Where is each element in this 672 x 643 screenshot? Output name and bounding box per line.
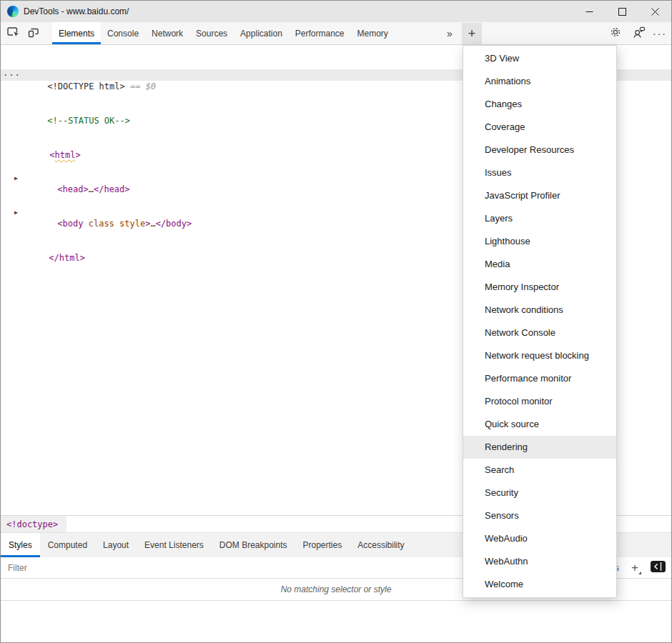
menu-item-lighthouse[interactable]: Lighthouse [463, 230, 616, 253]
styles-tab-computed[interactable]: Computed [40, 533, 95, 557]
edge-logo-icon [7, 6, 19, 17]
styles-filter-input[interactable] [8, 563, 365, 573]
more-tabs-button[interactable]: » [440, 22, 460, 44]
menu-item-media[interactable]: Media [463, 253, 616, 276]
tab-console[interactable]: Console [101, 22, 145, 44]
plus-icon: + [631, 561, 638, 575]
menu-item-security[interactable]: Security [463, 482, 616, 504]
menu-item-webaudio[interactable]: WebAudio [463, 527, 616, 550]
menu-item-javascript-profiler[interactable]: JavaScript Profiler [463, 184, 616, 207]
styles-toolbar-right: s + [615, 557, 666, 579]
menu-item-changes[interactable]: Changes [463, 93, 616, 116]
ellipsis-icon: ··· [653, 28, 667, 39]
menu-item-sensors[interactable]: Sensors [463, 504, 616, 527]
maximize-icon [618, 8, 626, 16]
tab-memory[interactable]: Memory [351, 22, 395, 44]
devtools-window: DevTools - www.baidu.com/ [0, 0, 672, 643]
inspect-element-button[interactable] [4, 22, 24, 44]
styles-tab-layout[interactable]: Layout [95, 533, 137, 557]
dropdown-corner-icon [638, 572, 641, 574]
menu-item-network-conditions[interactable]: Network conditions [463, 299, 616, 322]
styles-tab-event-listeners[interactable]: Event Listeners [137, 533, 212, 557]
styles-tab-dom-breakpoints[interactable]: DOM Breakpoints [212, 533, 295, 557]
menu-item-layers[interactable]: Layers [463, 207, 616, 230]
menu-item-performance-monitor[interactable]: Performance monitor [463, 367, 616, 390]
tab-elements[interactable]: Elements [52, 22, 101, 44]
devtools-tabs: ElementsConsoleNetworkSourcesApplication… [52, 22, 395, 44]
feedback-person-icon [632, 26, 646, 41]
window-controls [573, 1, 671, 22]
tab-network[interactable]: Network [145, 22, 189, 44]
menu-item-issues[interactable]: Issues [463, 161, 616, 184]
devtools-toolbar: ElementsConsoleNetworkSourcesApplication… [1, 22, 671, 45]
menu-item-coverage[interactable]: Coverage [463, 116, 616, 139]
feedback-button[interactable] [629, 22, 648, 44]
menu-item-quick-source[interactable]: Quick source [463, 413, 616, 436]
toggle-sidebar-button[interactable] [651, 561, 666, 575]
settings-button[interactable] [606, 22, 625, 44]
styles-tab-properties[interactable]: Properties [295, 533, 350, 557]
inspect-cursor-icon [6, 26, 21, 41]
breadcrumb-item-doctype[interactable]: <!doctype> [1, 516, 66, 532]
device-emulation-icon [26, 26, 41, 41]
expand-arrow-icon[interactable]: ▶ [14, 207, 18, 219]
empty-message: No matching selector or style [281, 584, 392, 594]
menu-item-rendering[interactable]: Rendering [463, 436, 616, 459]
more-tools-button[interactable]: + [462, 23, 482, 44]
titlebar: DevTools - www.baidu.com/ [1, 1, 671, 22]
menu-item-memory-inspector[interactable]: Memory Inspector [463, 276, 616, 299]
menu-item-3d-view[interactable]: 3D View [463, 47, 616, 70]
gear-icon [609, 26, 622, 41]
menu-item-search[interactable]: Search [463, 459, 616, 482]
styles-tab-accessibility[interactable]: Accessibility [350, 533, 412, 557]
tab-sources[interactable]: Sources [189, 22, 234, 44]
menu-item-developer-resources[interactable]: Developer Resources [463, 139, 616, 161]
device-toolbar-button[interactable] [24, 22, 44, 44]
menu-item-welcome[interactable]: Welcome [463, 573, 616, 596]
tab-application[interactable]: Application [234, 22, 289, 44]
minimize-icon [585, 8, 593, 16]
menu-item-animations[interactable]: Animations [463, 70, 616, 93]
node-actions-dots-icon[interactable]: ··· [3, 69, 21, 81]
close-button[interactable] [638, 1, 671, 22]
new-style-rule-button[interactable]: + [628, 561, 642, 575]
menu-item-protocol-monitor[interactable]: Protocol monitor [463, 390, 616, 413]
tab-performance[interactable]: Performance [289, 22, 351, 44]
close-icon [651, 8, 659, 16]
menu-item-network-console[interactable]: Network Console [463, 322, 616, 344]
window-title: DevTools - www.baidu.com/ [24, 6, 129, 16]
minimize-button[interactable] [573, 1, 606, 22]
more-tools-menu: 3D ViewAnimationsChangesCoverageDevelope… [463, 45, 617, 598]
customize-devtools-button[interactable]: ··· [651, 22, 669, 44]
html-tag-issue-squiggle: html [55, 150, 76, 160]
styles-tab-styles[interactable]: Styles [1, 533, 40, 557]
maximize-button[interactable] [606, 1, 638, 22]
expand-arrow-icon[interactable]: ▶ [14, 173, 18, 184]
menu-item-webauthn[interactable]: WebAuthn [463, 550, 616, 573]
double-chevron-icon: » [447, 28, 453, 39]
menu-item-network-request-blocking[interactable]: Network request blocking [463, 344, 616, 367]
selected-node-marker: == $0 [125, 81, 156, 91]
plus-icon: + [468, 26, 476, 41]
